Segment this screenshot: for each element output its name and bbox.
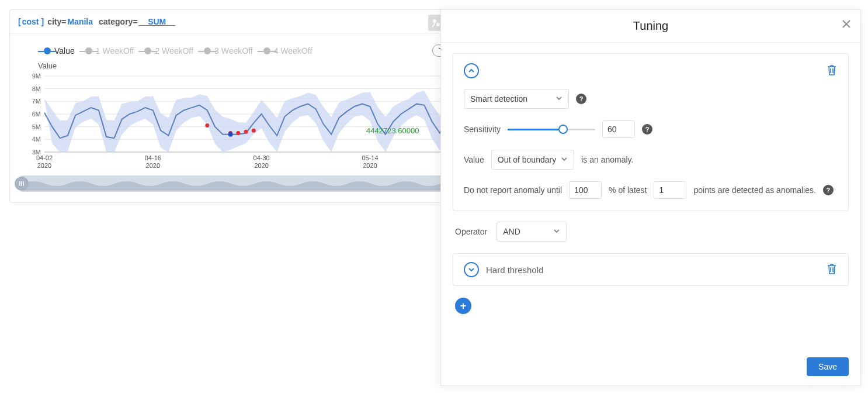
expand-button[interactable] xyxy=(464,262,479,277)
help-icon[interactable]: ? xyxy=(576,94,586,104)
dim-category-label: category= xyxy=(99,17,138,26)
legend-dot-icon xyxy=(204,47,211,54)
chevron-down-icon xyxy=(561,155,568,164)
help-icon[interactable]: ? xyxy=(642,124,652,135)
chart-annotation: 4442723.60000 xyxy=(366,126,419,135)
svg-point-30 xyxy=(236,131,240,135)
operator-label: Operator xyxy=(455,227,487,236)
svg-text:04-30: 04-30 xyxy=(254,154,270,161)
chevron-down-icon xyxy=(468,266,475,273)
svg-text:9M: 9M xyxy=(32,73,41,80)
tuning-panel: Tuning Smart detection xyxy=(440,9,861,386)
bracket-open: [ xyxy=(18,17,21,26)
dim-city-label: city= xyxy=(47,17,66,26)
dim-city-value[interactable]: Manila xyxy=(67,17,93,26)
save-button[interactable]: Save xyxy=(807,357,849,376)
value-label: Value xyxy=(464,155,484,164)
legend-1weekoff[interactable]: 1 WeekOff xyxy=(85,46,134,56)
detection-mode-select[interactable]: Smart detection xyxy=(464,89,569,109)
chart-card: [ cost ] city= Manila category= __SUM__ … xyxy=(9,9,488,203)
svg-point-31 xyxy=(244,130,248,134)
svg-point-28 xyxy=(205,123,209,127)
chevron-down-icon xyxy=(555,94,563,104)
legend-dot-icon xyxy=(44,47,51,54)
svg-text:04-16: 04-16 xyxy=(145,154,161,161)
chart-header: [ cost ] city= Manila category= __SUM__ xyxy=(10,10,488,33)
close-button[interactable] xyxy=(842,19,851,32)
legend-2weekoff[interactable]: 2 WeekOff xyxy=(144,46,193,56)
svg-text:8M: 8M xyxy=(32,85,41,92)
delete-condition-button[interactable] xyxy=(826,263,838,277)
chart-area: Value 1 WeekOff 2 WeekOff 3 WeekOff 4 We… xyxy=(10,33,488,202)
delete-condition-button[interactable] xyxy=(826,64,838,78)
line-chart[interactable]: 3M4M5M6M7M8M9M04-02202004-16202004-30202… xyxy=(20,73,477,172)
svg-point-1 xyxy=(436,23,440,26)
legend-dot-icon xyxy=(144,47,151,54)
svg-text:6M: 6M xyxy=(32,111,41,118)
add-condition-button[interactable]: + xyxy=(455,298,471,314)
svg-point-33 xyxy=(228,132,233,137)
svg-point-32 xyxy=(252,129,256,133)
sensitivity-value-input[interactable]: 60 xyxy=(602,120,635,138)
chevron-up-icon xyxy=(468,67,475,74)
svg-text:5M: 5M xyxy=(32,123,41,130)
svg-point-0 xyxy=(433,19,436,23)
panel-title: Tuning xyxy=(633,19,668,32)
legend-value[interactable]: Value xyxy=(44,46,75,56)
chart-overview-scrollbar[interactable] xyxy=(20,175,477,192)
metric-name[interactable]: cost xyxy=(22,17,39,26)
svg-text:04-02: 04-02 xyxy=(36,154,53,161)
legend-dot-icon xyxy=(85,47,92,54)
svg-text:2020: 2020 xyxy=(254,162,268,169)
legend-3weekoff[interactable]: 3 WeekOff xyxy=(204,46,253,56)
trash-icon xyxy=(826,64,838,77)
help-icon[interactable]: ? xyxy=(823,185,834,195)
svg-text:2020: 2020 xyxy=(146,162,160,169)
svg-text:2020: 2020 xyxy=(363,162,377,169)
svg-text:05-14: 05-14 xyxy=(362,154,378,161)
chevron-down-icon xyxy=(553,227,560,236)
boundary-select[interactable]: Out of boundary xyxy=(491,150,574,170)
panel-header: Tuning xyxy=(441,10,860,43)
svg-text:4M: 4M xyxy=(32,136,41,143)
svg-text:2020: 2020 xyxy=(37,162,51,169)
chart-legend: Value 1 WeekOff 2 WeekOff 3 WeekOff 4 We… xyxy=(44,44,477,57)
operator-select[interactable]: AND xyxy=(497,222,567,242)
report-prefix: Do not report anomaly until xyxy=(464,185,562,195)
overview-wave-icon xyxy=(22,177,476,191)
legend-dot-icon xyxy=(263,47,270,54)
dim-category-value[interactable]: __SUM__ xyxy=(139,17,175,26)
plus-icon: + xyxy=(460,300,467,312)
report-tail: points are detected as anomalies. xyxy=(693,185,815,195)
bracket-close: ] xyxy=(41,17,44,26)
svg-text:7M: 7M xyxy=(32,98,41,105)
report-mid: % of latest xyxy=(609,185,647,195)
overview-handle-icon[interactable] xyxy=(15,177,29,191)
trash-icon xyxy=(826,263,838,275)
sensitivity-label: Sensitivity xyxy=(464,125,501,134)
hard-threshold-card: Hard threshold xyxy=(453,253,849,286)
y-axis-title: Value xyxy=(38,61,477,70)
smart-detection-card: Smart detection ? Sensitivity 60 ? xyxy=(453,53,849,211)
report-n-input[interactable]: 1 xyxy=(654,181,686,199)
close-icon xyxy=(842,19,851,29)
collapse-button[interactable] xyxy=(464,63,479,78)
anomaly-tail-text: is an anomaly. xyxy=(581,155,633,164)
sensitivity-slider[interactable] xyxy=(508,125,595,134)
legend-4weekoff[interactable]: 4 WeekOff xyxy=(263,46,313,56)
hard-threshold-label: Hard threshold xyxy=(486,265,543,275)
report-pct-input[interactable]: 100 xyxy=(569,181,602,199)
